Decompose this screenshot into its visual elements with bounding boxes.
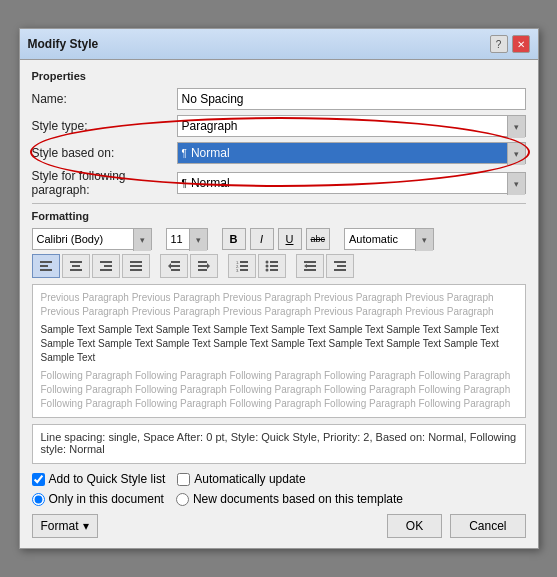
name-input[interactable] bbox=[177, 88, 526, 110]
color-select[interactable]: Automatic ▾ bbox=[344, 228, 434, 250]
style-following-select[interactable]: ¶Normal ▾ bbox=[177, 172, 526, 194]
new-docs-radio[interactable] bbox=[176, 493, 189, 506]
auto-update-label: Automatically update bbox=[194, 472, 305, 486]
svg-rect-8 bbox=[100, 269, 112, 271]
numbered-list-button[interactable]: 1.2.3. bbox=[228, 254, 256, 278]
indent-decrease-button[interactable] bbox=[160, 254, 188, 278]
font-size: 11 bbox=[167, 229, 189, 249]
cancel-button[interactable]: Cancel bbox=[450, 514, 525, 538]
align-right-button[interactable] bbox=[92, 254, 120, 278]
format-arrow-icon: ▾ bbox=[83, 519, 89, 533]
formatting-section-label: Formatting bbox=[32, 210, 526, 222]
dialog-body: Properties Name: Style type: Paragraph ▾… bbox=[20, 60, 538, 548]
style-type-arrow[interactable]: ▾ bbox=[507, 116, 525, 138]
bold-button[interactable]: B bbox=[222, 228, 246, 250]
svg-rect-38 bbox=[334, 269, 346, 271]
svg-rect-31 bbox=[270, 269, 278, 271]
svg-rect-21 bbox=[240, 261, 248, 263]
format-dropdown-button[interactable]: Format ▾ bbox=[32, 514, 98, 538]
style-following-arrow[interactable]: ▾ bbox=[507, 173, 525, 195]
style-based-select[interactable]: ¶Normal ▾ bbox=[177, 142, 526, 164]
svg-rect-18 bbox=[198, 269, 207, 271]
svg-rect-10 bbox=[130, 265, 142, 267]
properties-section-label: Properties bbox=[32, 70, 526, 82]
italic-button[interactable]: I bbox=[250, 228, 274, 250]
svg-rect-33 bbox=[307, 265, 316, 267]
window-controls: ? ✕ bbox=[490, 35, 530, 53]
strikethrough-button[interactable]: abc bbox=[306, 228, 331, 250]
outdent-button[interactable] bbox=[296, 254, 324, 278]
svg-rect-12 bbox=[171, 261, 180, 263]
color-arrow[interactable]: ▾ bbox=[415, 229, 433, 251]
checkboxes-row: Add to Quick Style list Automatically up… bbox=[32, 472, 526, 486]
svg-rect-25 bbox=[240, 269, 248, 271]
style-following-label: Style for following paragraph: bbox=[32, 169, 177, 197]
only-doc-label: Only in this document bbox=[49, 492, 164, 506]
name-row: Name: bbox=[32, 88, 526, 110]
align-center-button[interactable] bbox=[62, 254, 90, 278]
style-type-label: Style type: bbox=[32, 119, 177, 133]
ok-button[interactable]: OK bbox=[387, 514, 442, 538]
svg-rect-9 bbox=[130, 261, 142, 263]
radio-row: Only in this document New documents base… bbox=[32, 492, 526, 506]
help-button[interactable]: ? bbox=[490, 35, 508, 53]
quick-style-checkbox[interactable] bbox=[32, 473, 45, 486]
svg-rect-6 bbox=[100, 261, 112, 263]
description-text: Line spacing: single, Space After: 0 pt,… bbox=[41, 431, 517, 455]
svg-rect-27 bbox=[270, 261, 278, 263]
font-arrow[interactable]: ▾ bbox=[133, 229, 151, 251]
description-box: Line spacing: single, Space After: 0 pt,… bbox=[32, 424, 526, 464]
paragraph-buttons: 1.2.3. bbox=[32, 254, 526, 278]
new-docs-label: New documents based on this template bbox=[193, 492, 403, 506]
modify-style-dialog: Modify Style ? ✕ Properties Name: Style … bbox=[19, 28, 539, 549]
name-label: Name: bbox=[32, 92, 177, 106]
format-label: Format bbox=[41, 519, 79, 533]
style-type-select[interactable]: Paragraph ▾ bbox=[177, 115, 526, 137]
justify-button[interactable] bbox=[122, 254, 150, 278]
svg-rect-7 bbox=[104, 265, 112, 267]
svg-rect-17 bbox=[198, 265, 207, 267]
svg-rect-34 bbox=[304, 269, 316, 271]
svg-point-26 bbox=[265, 261, 268, 264]
bullet-list-button[interactable] bbox=[258, 254, 286, 278]
svg-rect-14 bbox=[171, 269, 180, 271]
align-left-button[interactable] bbox=[32, 254, 60, 278]
only-doc-radio-item: Only in this document bbox=[32, 492, 164, 506]
preview-area: Previous Paragraph Previous Paragraph Pr… bbox=[32, 284, 526, 418]
dialog-title: Modify Style bbox=[28, 37, 99, 51]
color-value: Automatic bbox=[345, 229, 415, 249]
svg-rect-32 bbox=[304, 261, 316, 263]
svg-rect-1 bbox=[40, 265, 48, 267]
svg-rect-0 bbox=[40, 261, 52, 263]
svg-rect-16 bbox=[198, 261, 207, 263]
style-based-arrow[interactable]: ▾ bbox=[507, 143, 525, 165]
divider-1 bbox=[32, 203, 526, 204]
svg-point-30 bbox=[265, 269, 268, 272]
font-select[interactable]: Calibri (Body) ▾ bbox=[32, 228, 152, 250]
indent-increase-button[interactable] bbox=[190, 254, 218, 278]
size-select[interactable]: 11 ▾ bbox=[166, 228, 208, 250]
svg-rect-23 bbox=[240, 265, 248, 267]
only-doc-radio[interactable] bbox=[32, 493, 45, 506]
font-name: Calibri (Body) bbox=[33, 229, 133, 249]
svg-rect-37 bbox=[337, 265, 346, 267]
svg-marker-35 bbox=[304, 264, 307, 268]
underline-button[interactable]: U bbox=[278, 228, 302, 250]
preview-sample: Sample Text Sample Text Sample Text Samp… bbox=[41, 323, 517, 365]
svg-rect-13 bbox=[171, 265, 180, 267]
style-following-row: Style for following paragraph: ¶Normal ▾ bbox=[32, 169, 526, 197]
style-based-value: ¶Normal bbox=[178, 143, 507, 163]
quick-style-label: Add to Quick Style list bbox=[49, 472, 166, 486]
new-docs-radio-item: New documents based on this template bbox=[176, 492, 403, 506]
style-type-row: Style type: Paragraph ▾ bbox=[32, 115, 526, 137]
close-button[interactable]: ✕ bbox=[512, 35, 530, 53]
svg-rect-5 bbox=[70, 269, 82, 271]
size-arrow[interactable]: ▾ bbox=[189, 229, 207, 251]
indent-button[interactable] bbox=[326, 254, 354, 278]
svg-rect-11 bbox=[130, 269, 142, 271]
svg-rect-4 bbox=[72, 265, 80, 267]
auto-update-checkbox-item: Automatically update bbox=[177, 472, 305, 486]
preview-following: Following Paragraph Following Paragraph … bbox=[41, 369, 517, 411]
auto-update-checkbox[interactable] bbox=[177, 473, 190, 486]
svg-rect-2 bbox=[40, 269, 52, 271]
